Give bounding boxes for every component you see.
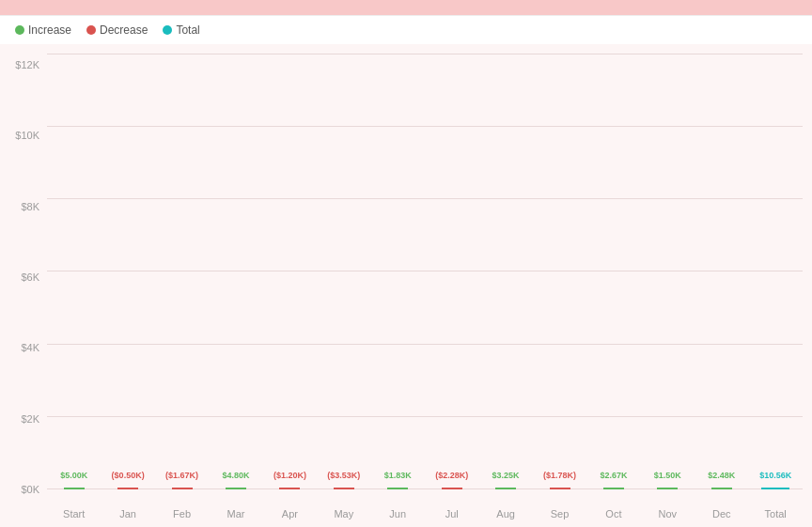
bar-group-inner: ($0.50K) (117, 488, 138, 489)
increase-bar-label: $1.50K (654, 471, 681, 480)
bar-group-inner: ($1.20K) (279, 488, 300, 489)
bar-group-may: ($3.53K) (317, 54, 370, 489)
x-label: Aug (478, 508, 532, 519)
bar-group-total: $10.56K (748, 54, 802, 489)
bar-group-inner: $1.83K (387, 488, 408, 489)
x-label: Sep (533, 508, 586, 519)
increase-bar-start: $5.00K (64, 488, 85, 489)
x-label: Jun (371, 508, 425, 519)
x-label: Total (748, 508, 802, 519)
bar-group-mar: $4.80K (209, 54, 262, 489)
x-label: Start (47, 508, 101, 519)
increase-bar-label: $2.48K (708, 471, 735, 480)
x-label: May (317, 508, 370, 519)
chart-title (0, 0, 812, 16)
bar-group-feb: ($1.67K) (155, 54, 209, 489)
increase-legend-dot (15, 25, 24, 35)
x-label: Dec (695, 508, 748, 519)
bar-group-jan: ($0.50K) (101, 54, 154, 489)
bar-group-inner: $1.50K (657, 488, 678, 489)
y-label: $0K (21, 484, 39, 495)
decrease-bar-label: ($1.78K) (543, 471, 576, 480)
bars-area: $5.00K($0.50K)($1.67K)$4.80K($1.20K)($3.… (47, 54, 803, 489)
x-label: Mar (209, 508, 262, 519)
legend-item-increase: Increase (15, 23, 71, 37)
decrease-legend-label: Decrease (100, 23, 148, 37)
bar-group-nov: $1.50K (641, 54, 695, 489)
increase-bar-jun: $1.83K (387, 488, 408, 489)
total-bar-label: $10.56K (759, 471, 791, 480)
total-bar: $10.56K (761, 488, 789, 489)
bar-group-inner: ($1.78K) (550, 488, 570, 489)
decrease-bar-label: ($1.67K) (165, 471, 198, 480)
increase-bar-label: $3.25K (492, 471, 520, 480)
decrease-bar-label: ($3.53K) (327, 471, 360, 480)
increase-bar-label: $1.83K (384, 471, 412, 480)
decrease-legend-dot (86, 25, 96, 35)
decrease-bar-apr: ($1.20K) (279, 488, 300, 489)
increase-bar-mar: $4.80K (226, 488, 246, 489)
x-label: Apr (263, 508, 317, 519)
bar-group-dec: $2.48K (695, 54, 748, 489)
bar-group-start: $5.00K (47, 54, 101, 489)
y-label: $6K (21, 271, 39, 283)
y-label: $12K (15, 59, 39, 70)
increase-bar-aug: $3.25K (495, 488, 516, 489)
y-label: $10K (15, 130, 39, 141)
bar-group-inner: $2.48K (711, 488, 732, 489)
decrease-bar-jul: ($2.28K) (442, 488, 462, 489)
bar-group-aug: $3.25K (478, 54, 532, 489)
y-label: $2K (21, 413, 39, 425)
increase-bar-label: $2.67K (600, 471, 627, 480)
x-label: Jul (425, 508, 478, 519)
increase-legend-label: Increase (28, 23, 71, 37)
increase-bar-nov: $1.50K (657, 488, 678, 489)
increase-bar-label: $5.00K (60, 471, 87, 480)
legend: IncreaseDecreaseTotal (0, 16, 812, 44)
legend-item-decrease: Decrease (86, 23, 148, 37)
bar-group-apr: ($1.20K) (263, 54, 317, 489)
bar-group-sep: ($1.78K) (533, 54, 586, 489)
x-label: Nov (641, 508, 695, 519)
bar-group-jul: ($2.28K) (425, 54, 478, 489)
decrease-bar-label: ($0.50K) (112, 471, 145, 480)
total-legend-dot (163, 25, 172, 35)
bar-group-jun: $1.83K (371, 54, 425, 489)
x-label: Feb (155, 508, 209, 519)
decrease-bar-sep: ($1.78K) (550, 488, 570, 489)
legend-item-total: Total (163, 23, 199, 37)
bar-group-inner: $4.80K (226, 488, 246, 489)
y-axis-labels: $12K$10K$8K$6K$4K$2K$0K (0, 54, 45, 489)
bar-group-inner: ($3.53K) (334, 488, 354, 489)
x-label: Oct (586, 508, 640, 519)
bar-group-inner: $2.67K (603, 488, 624, 489)
bar-group-inner: ($2.28K) (442, 488, 462, 489)
decrease-bar-label: ($2.28K) (435, 471, 468, 480)
x-label: Jan (101, 508, 154, 519)
x-axis-labels: StartJanFebMarAprMayJunJulAugSepOctNovDe… (47, 508, 803, 519)
total-legend-label: Total (176, 23, 199, 37)
bar-group-inner: ($1.67K) (172, 488, 193, 489)
increase-bar-label: $4.80K (222, 471, 249, 480)
bar-group-oct: $2.67K (586, 54, 640, 489)
decrease-bar-feb: ($1.67K) (172, 488, 193, 489)
decrease-bar-jan: ($0.50K) (117, 488, 138, 489)
y-label: $8K (21, 201, 39, 212)
bar-group-inner: $3.25K (495, 488, 516, 489)
bar-group-inner: $10.56K (761, 488, 789, 489)
bar-group-inner: $5.00K (64, 488, 85, 489)
decrease-bar-label: ($1.20K) (273, 471, 306, 480)
chart-container: IncreaseDecreaseTotal $12K$10K$8K$6K$4K$… (0, 0, 812, 527)
increase-bar-dec: $2.48K (711, 488, 732, 489)
y-label: $4K (21, 342, 39, 353)
chart-area: $12K$10K$8K$6K$4K$2K$0K $5.00K($0.50K)($… (0, 44, 812, 527)
decrease-bar-may: ($3.53K) (334, 488, 354, 489)
increase-bar-oct: $2.67K (603, 488, 624, 489)
